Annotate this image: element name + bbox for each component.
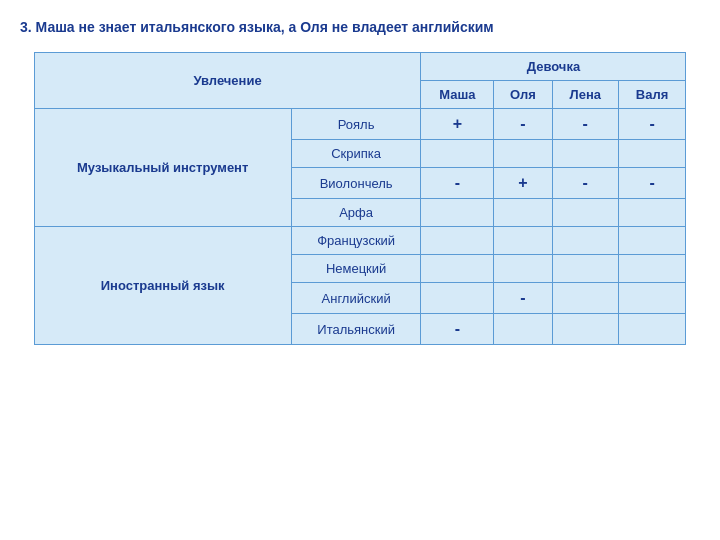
value-cell: - — [618, 168, 686, 199]
value-cell: - — [494, 109, 552, 140]
page-title: 3. Маша не знает итальянского языка, а О… — [20, 18, 494, 36]
subcategory-cell: Французский — [291, 227, 421, 255]
main-table: Увлечение Девочка МашаОляЛенаВаля Музыка… — [34, 52, 687, 345]
category-cell: Иностранный язык — [34, 227, 291, 345]
value-cell — [618, 314, 686, 345]
value-cell — [494, 227, 552, 255]
value-cell — [552, 314, 618, 345]
subcategory-cell: Английский — [291, 283, 421, 314]
subcategory-cell: Итальянский — [291, 314, 421, 345]
subcategory-cell: Виолончель — [291, 168, 421, 199]
value-cell: - — [552, 168, 618, 199]
value-cell — [618, 140, 686, 168]
value-cell — [552, 227, 618, 255]
value-cell: - — [618, 109, 686, 140]
table-row: Музыкальный инструментРояль+--- — [34, 109, 686, 140]
table-row: Иностранный языкФранцузский — [34, 227, 686, 255]
value-cell: - — [552, 109, 618, 140]
subcategory-cell: Скрипка — [291, 140, 421, 168]
value-cell: - — [421, 168, 494, 199]
value-cell — [421, 199, 494, 227]
header-girl: Оля — [494, 81, 552, 109]
header-girl: Лена — [552, 81, 618, 109]
category-cell: Музыкальный инструмент — [34, 109, 291, 227]
value-cell — [494, 199, 552, 227]
header-girl: Валя — [618, 81, 686, 109]
value-cell — [618, 283, 686, 314]
value-cell: - — [494, 283, 552, 314]
value-cell — [552, 255, 618, 283]
value-cell: + — [494, 168, 552, 199]
value-cell: - — [421, 314, 494, 345]
header-devochka: Девочка — [421, 53, 686, 81]
header-uvlechenie: Увлечение — [34, 53, 421, 109]
value-cell — [494, 314, 552, 345]
value-cell — [421, 283, 494, 314]
subcategory-cell: Арфа — [291, 199, 421, 227]
value-cell — [552, 140, 618, 168]
value-cell — [552, 283, 618, 314]
subcategory-cell: Немецкий — [291, 255, 421, 283]
header-girl: Маша — [421, 81, 494, 109]
table-wrapper: Увлечение Девочка МашаОляЛенаВаля Музыка… — [20, 52, 700, 345]
value-cell — [618, 255, 686, 283]
subcategory-cell: Рояль — [291, 109, 421, 140]
value-cell — [421, 140, 494, 168]
value-cell — [552, 199, 618, 227]
value-cell — [421, 227, 494, 255]
value-cell: + — [421, 109, 494, 140]
value-cell — [618, 227, 686, 255]
value-cell — [494, 140, 552, 168]
value-cell — [494, 255, 552, 283]
value-cell — [618, 199, 686, 227]
value-cell — [421, 255, 494, 283]
